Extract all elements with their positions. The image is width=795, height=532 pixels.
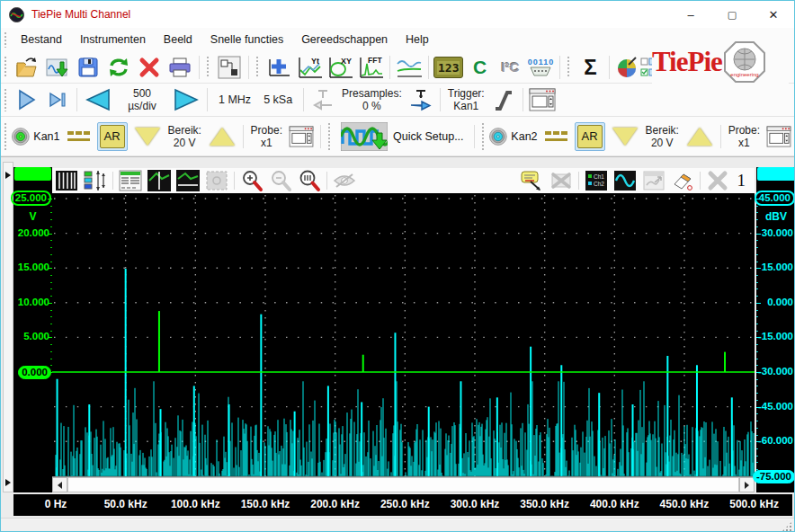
resize-grip[interactable] <box>782 521 792 532</box>
kan2-bnc-icon[interactable] <box>488 123 508 150</box>
toolbar-grip[interactable] <box>4 122 7 149</box>
delete-button[interactable] <box>135 54 164 81</box>
presamples-increase-button[interactable] <box>406 86 435 113</box>
menu-item-instrumenten[interactable]: Instrumenten <box>71 29 155 51</box>
channels-legend-button[interactable]: Ch1 Ch2 <box>584 170 609 191</box>
zoom-out-icon <box>269 169 292 192</box>
save-button[interactable] <box>74 54 103 81</box>
menu-item-beeld[interactable]: Beeld <box>155 29 201 51</box>
kan1-range-decrease-button[interactable] <box>135 128 160 146</box>
kan1-autorange-button[interactable]: AR <box>100 125 125 148</box>
kan2-coupling-button[interactable] <box>542 123 571 150</box>
menu-item-help[interactable]: Help <box>397 29 438 51</box>
axis-marker-icon[interactable] <box>5 172 11 179</box>
i2c-icon: I²C <box>501 59 519 75</box>
scroll-right-button[interactable] <box>739 477 755 492</box>
toolbar-grip[interactable] <box>206 56 210 78</box>
xy-graph-button[interactable]: XY <box>326 54 354 81</box>
vertical-cursor-button[interactable] <box>147 170 172 191</box>
title-bar[interactable]: TiePie Multi Channel – ▢ ✕ <box>1 1 794 28</box>
horizontal-cursor-button[interactable] <box>175 170 201 191</box>
fft-graph-button[interactable]: FFT <box>356 54 385 81</box>
grid-toggle-button[interactable] <box>54 170 79 191</box>
refresh-button[interactable] <box>104 54 133 81</box>
toolbar-grip[interactable] <box>4 88 8 111</box>
kan1-coupling-button[interactable] <box>65 123 94 150</box>
capacitance-meter-button[interactable]: C <box>465 54 494 81</box>
kan2-autorange-button[interactable]: AR <box>577 125 603 148</box>
remove-comment-button[interactable] <box>549 170 574 191</box>
axis-marker-icon[interactable] <box>5 479 11 486</box>
import-signal-button[interactable] <box>43 54 72 81</box>
start-button[interactable] <box>13 86 41 113</box>
kan2-settings-button[interactable] <box>764 123 793 150</box>
sum-function-button[interactable]: Σ <box>576 54 604 81</box>
zoom-reset-button[interactable] <box>297 170 322 191</box>
horizontal-scrollbar[interactable] <box>52 476 755 492</box>
quick-setup-button[interactable]: Quick Setup... <box>335 123 469 150</box>
right-axis-minor-tickmark <box>756 441 758 442</box>
print-button[interactable] <box>165 54 194 81</box>
toolbar-grip[interactable] <box>4 56 8 78</box>
add-graph-button[interactable] <box>264 54 293 81</box>
kan1-autorange-highlight: AR <box>97 122 128 151</box>
xy-graph-icon: XY <box>326 56 353 79</box>
trigger-edge-button[interactable] <box>489 86 518 113</box>
left-axis-zero-label[interactable]: 0.000 <box>18 366 51 379</box>
instrument-settings-button[interactable] <box>528 86 557 113</box>
zoom-in-button[interactable] <box>239 170 264 191</box>
close-graph-button[interactable] <box>705 170 730 191</box>
kan1-settings-button[interactable] <box>287 123 316 150</box>
menu-item-bestand[interactable]: Bestand <box>12 29 71 51</box>
scroll-left-button[interactable] <box>52 477 67 492</box>
right-axis-minor-tickmark <box>756 351 758 352</box>
right-axis-minor-tickmark <box>756 310 758 311</box>
toolbar-grip[interactable] <box>567 56 571 78</box>
left-marker-strip[interactable] <box>3 162 13 492</box>
maximize-button[interactable]: ▢ <box>711 1 753 28</box>
trigger-display: Trigger: Kan1 <box>444 87 488 112</box>
zoom-out-button[interactable] <box>268 170 293 191</box>
toolbar-grip[interactable] <box>4 31 8 48</box>
toolbar-grip[interactable] <box>327 122 331 149</box>
spectrum-plot[interactable] <box>52 193 755 492</box>
kan2-axis-cap[interactable] <box>757 167 795 181</box>
counter-button[interactable]: 123 <box>433 54 463 81</box>
export-graph-button[interactable] <box>641 170 666 191</box>
add-comment-button[interactable] <box>520 170 545 191</box>
right-axis-minor-tickmark <box>756 226 758 227</box>
zoom-region-button[interactable] <box>204 170 229 191</box>
timebase-decrease-button[interactable] <box>84 86 112 113</box>
presample-left-icon <box>312 88 334 111</box>
presamples-decrease-button[interactable] <box>308 86 337 113</box>
clear-graph-button[interactable] <box>670 170 695 191</box>
serial-analyzer-button[interactable]: 00110 <box>526 54 555 81</box>
i2c-analyzer-button[interactable]: I²C <box>496 54 524 81</box>
left-axis-top-label[interactable]: 25.000 <box>11 191 51 206</box>
toolbar-grip[interactable] <box>481 122 485 149</box>
kan1-bnc-icon[interactable] <box>11 123 31 150</box>
kan2-range-increase-button[interactable] <box>687 128 712 146</box>
menu-item-snelle-functies[interactable]: Snelle functies <box>201 29 292 51</box>
kan1-axis-cap[interactable] <box>14 167 51 181</box>
menu-item-gereedschappen[interactable]: Gereedschappen <box>292 29 397 51</box>
open-file-button[interactable] <box>13 54 41 81</box>
right-axis-minor-tickmark <box>756 212 758 213</box>
kan2-range-decrease-button[interactable] <box>612 128 638 146</box>
scrollbar-thumb[interactable] <box>67 477 739 492</box>
oneshot-button[interactable] <box>43 86 72 113</box>
minimize-button[interactable]: – <box>670 1 711 28</box>
timebase-increase-button[interactable] <box>172 86 201 113</box>
yt-graph-button[interactable]: Yt <box>295 54 324 81</box>
kan1-range-increase-button[interactable] <box>210 128 235 146</box>
right-axis[interactable]: dBV 45.00030.00015.0000.000-15.000-30.00… <box>756 167 795 492</box>
hide-trace-button[interactable] <box>332 170 357 191</box>
channel-offsets-button[interactable] <box>83 170 108 191</box>
left-axis[interactable]: V 25.00020.00015.00010.0005.0000.000 <box>13 167 52 492</box>
values-table-button[interactable] <box>118 170 143 191</box>
measure-button[interactable] <box>395 54 424 81</box>
object-tree-button[interactable] <box>215 54 244 81</box>
close-button[interactable]: ✕ <box>753 1 794 28</box>
toolbar-grip[interactable] <box>255 56 260 78</box>
display-mode-button[interactable] <box>612 170 638 191</box>
